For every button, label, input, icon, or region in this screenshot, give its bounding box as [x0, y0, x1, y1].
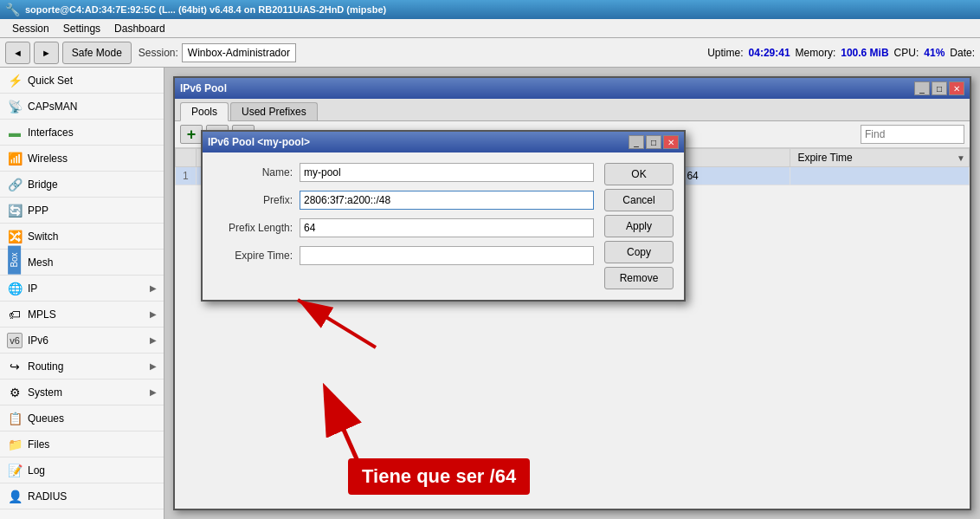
- dialog-content: Name: Prefix: Prefix Length:: [203, 152, 684, 300]
- mpls-arrow: ▶: [150, 309, 157, 319]
- bridge-icon: 🔗: [7, 177, 23, 192]
- sidebar-item-label: System: [28, 386, 62, 399]
- window-close-button[interactable]: ✕: [949, 81, 964, 95]
- ipv6-arrow: ▶: [150, 335, 157, 345]
- sidebar-item-system[interactable]: ⚙ System ▶: [0, 380, 164, 405]
- sidebar-item-queues[interactable]: 📋 Queues: [0, 405, 164, 431]
- ip-arrow: ▶: [150, 283, 157, 293]
- interfaces-icon: ▬: [7, 125, 23, 140]
- name-label: Name:: [213, 166, 300, 178]
- dialog-title: IPv6 Pool <my-pool>: [208, 136, 629, 148]
- menu-session[interactable]: Session: [5, 21, 56, 36]
- cancel-button[interactable]: Cancel: [604, 189, 674, 211]
- winbox-label: Box: [8, 245, 21, 274]
- session-label: Session:: [139, 47, 178, 59]
- sidebar-item-bridge[interactable]: 🔗 Bridge: [0, 172, 164, 198]
- sidebar-item-label: Queues: [28, 412, 64, 425]
- uptime-label: Uptime:: [707, 47, 743, 59]
- capsman-icon: 📡: [7, 99, 23, 114]
- prefix-label: Prefix:: [213, 194, 300, 206]
- menu-dashboard[interactable]: Dashboard: [107, 21, 172, 36]
- sidebar-item-label: Log: [28, 464, 45, 477]
- sidebar-item-label: IP: [28, 282, 37, 295]
- expire-time-label: Expire Time:: [213, 250, 300, 262]
- dialog-buttons: OK Cancel Apply Copy Remove: [604, 163, 674, 289]
- expire-dropdown-icon: ▼: [957, 153, 965, 163]
- sidebar-item-interfaces[interactable]: ▬ Interfaces: [0, 120, 164, 146]
- form-row-expire-time: Expire Time:: [213, 246, 594, 265]
- dialog-minimize-button[interactable]: _: [629, 135, 644, 149]
- apply-button[interactable]: Apply: [604, 215, 674, 237]
- arrow-svg: [272, 291, 410, 352]
- menu-bar: Session Settings Dashboard: [0, 19, 980, 38]
- sidebar-item-label: Wireless: [28, 152, 68, 165]
- sidebar-item-label: Routing: [28, 360, 63, 373]
- menu-settings[interactable]: Settings: [56, 21, 107, 36]
- dialog-maximize-button[interactable]: □: [646, 135, 661, 149]
- row-number: 1: [176, 167, 197, 185]
- copy-button[interactable]: Copy: [604, 241, 674, 263]
- dialog-form: Name: Prefix: Prefix Length:: [213, 163, 594, 289]
- sidebar-item-label: Bridge: [28, 178, 58, 191]
- tab-bar: Pools Used Prefixes: [175, 99, 970, 121]
- svg-line-3: [326, 391, 361, 469]
- sidebar-item-ppp[interactable]: 🔄 PPP: [0, 198, 164, 224]
- ok-button[interactable]: OK: [604, 163, 674, 185]
- window-maximize-button[interactable]: □: [932, 81, 947, 95]
- sidebar-item-label: Files: [28, 438, 49, 451]
- dialog-close-button[interactable]: ✕: [663, 135, 679, 149]
- add-pool-button[interactable]: +: [180, 125, 203, 144]
- prefix-input[interactable]: [300, 191, 594, 210]
- prefix-length-input[interactable]: [300, 218, 594, 237]
- sidebar-item-mesh[interactable]: ⬡ Mesh: [0, 250, 164, 276]
- sidebar-item-wireless[interactable]: 📶 Wireless: [0, 146, 164, 172]
- row-expire-time: [790, 167, 970, 185]
- ipv6-pool-dialog: IPv6 Pool <my-pool> _ □ ✕ Name:: [201, 130, 686, 302]
- dialog-controls: _ □ ✕: [629, 135, 679, 149]
- pool-find-input[interactable]: [861, 125, 964, 144]
- log-icon: 📝: [7, 463, 23, 478]
- svg-line-1: [298, 300, 376, 347]
- tab-pools[interactable]: Pools: [180, 102, 229, 121]
- tab-used-prefixes[interactable]: Used Prefixes: [230, 102, 318, 120]
- ipv6-pool-title-bar: IPv6 Pool _ □ ✕: [175, 78, 970, 99]
- sidebar-item-switch[interactable]: 🔀 Switch: [0, 224, 164, 250]
- expire-time-input[interactable]: [300, 246, 594, 265]
- sidebar-item-files[interactable]: 📁 Files: [0, 431, 164, 457]
- window-minimize-button[interactable]: _: [914, 81, 930, 95]
- annotation-text: Tiene que ser /64: [348, 458, 530, 495]
- app-icon: 🔧: [5, 3, 20, 16]
- safe-mode-button[interactable]: Safe Mode: [62, 42, 132, 64]
- sidebar-item-capsman[interactable]: 📡 CAPsMAN: [0, 94, 164, 120]
- sidebar-item-log[interactable]: 📝 Log: [0, 457, 164, 483]
- remove-button[interactable]: Remove: [604, 267, 674, 289]
- table-header-expire-time[interactable]: Expire Time ▼: [790, 149, 970, 167]
- window-controls: _ □ ✕: [914, 81, 964, 95]
- sidebar-item-label: Interfaces: [28, 127, 74, 139]
- ipv6-pool-window: IPv6 Pool _ □ ✕ Pools Used Prefixes +: [173, 76, 971, 510]
- sidebar-item-radius[interactable]: 👤 RADIUS: [0, 483, 164, 509]
- cpu-label: CPU:: [894, 47, 919, 59]
- name-input[interactable]: [300, 163, 594, 182]
- memory-label: Memory:: [796, 47, 836, 59]
- sidebar-item-label: Mesh: [28, 256, 53, 269]
- memory-value: 100.6 MiB: [841, 47, 888, 59]
- back-button[interactable]: ◄: [5, 42, 30, 64]
- routing-arrow: ▶: [150, 361, 157, 371]
- uptime-value: 04:29:41: [749, 47, 790, 59]
- sidebar-item-label: IPv6: [28, 334, 48, 347]
- sidebar-item-quick-set[interactable]: ⚡ Quick Set: [0, 68, 164, 94]
- sidebar-item-ip[interactable]: 🌐 IP ▶: [0, 276, 164, 302]
- files-icon: 📁: [7, 437, 23, 452]
- sidebar-item-routing[interactable]: ↪ Routing ▶: [0, 354, 164, 380]
- main-arrow-svg: [309, 373, 413, 477]
- sidebar-item-label: RADIUS: [28, 490, 67, 503]
- system-icon: ⚙: [7, 385, 23, 400]
- session-value: Winbox-Administrador: [182, 43, 296, 62]
- system-arrow: ▶: [150, 387, 157, 397]
- forward-button[interactable]: ►: [34, 42, 59, 64]
- sidebar-item-mpls[interactable]: 🏷 MPLS ▶: [0, 302, 164, 328]
- sidebar-item-label: CAPsMAN: [28, 101, 77, 113]
- sidebar-item-ipv6[interactable]: v6 IPv6 ▶: [0, 328, 164, 354]
- title-bar: 🔧 soporte@C4:AD:34:7E:92:5C (L... (64bit…: [0, 0, 980, 19]
